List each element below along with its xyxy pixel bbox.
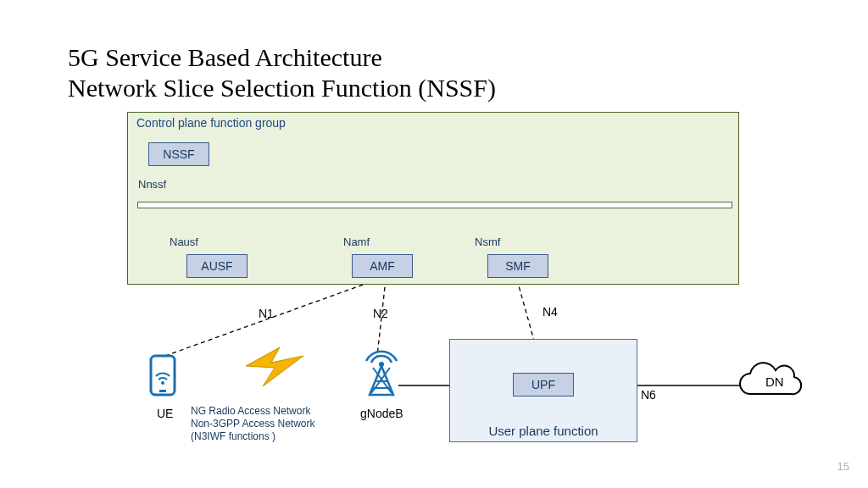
nssf-node: NSSF (148, 142, 209, 166)
svg-point-11 (161, 381, 164, 385)
access-network-note: NG Radio Access Network Non-3GPP Access … (191, 405, 352, 443)
svg-rect-10 (159, 390, 166, 392)
n2-label: N2 (373, 307, 388, 320)
svg-point-13 (379, 362, 384, 367)
n1-label: N1 (259, 307, 274, 320)
service-bus (137, 202, 732, 208)
user-plane-label: User plane function (450, 424, 637, 438)
note-line-2: Non-3GPP Access Network (191, 418, 315, 430)
note-line-1: NG Radio Access Network (191, 405, 310, 417)
svg-line-17 (373, 368, 392, 393)
nnssf-label: Nnssf (138, 178, 166, 191)
slide-title: 5G Service Based Architecture Network Sl… (68, 42, 496, 103)
svg-rect-9 (151, 356, 175, 395)
note-line-3: (N3IWF functions ) (191, 430, 275, 442)
svg-marker-12 (246, 347, 303, 386)
svg-line-16 (371, 368, 390, 393)
nsmf-label: Nsmf (475, 236, 500, 248)
lightning-icon (246, 347, 303, 386)
control-plane-label: Control plane function group (136, 116, 286, 130)
gnodeb-icon (366, 352, 397, 395)
n6-label: N6 (641, 388, 656, 402)
gnodeb-label: gNodeB (360, 407, 403, 420)
n4-label: N4 (542, 305, 558, 319)
namf-label: Namf (343, 236, 370, 248)
ausf-node: AUSF (186, 254, 248, 278)
nausf-label: Nausf (170, 236, 198, 248)
slide-number: 15 (837, 460, 849, 473)
smf-node: SMF (487, 254, 548, 278)
title-line-1: 5G Service Based Architecture (68, 43, 382, 71)
ue-icon (151, 356, 175, 395)
title-line-2: Network Slice Selection Function (NSSF) (68, 74, 496, 102)
upf-node: UPF (513, 373, 574, 396)
ue-label: UE (157, 407, 173, 420)
dn-label: DN (765, 374, 784, 389)
amf-node: AMF (352, 254, 413, 278)
